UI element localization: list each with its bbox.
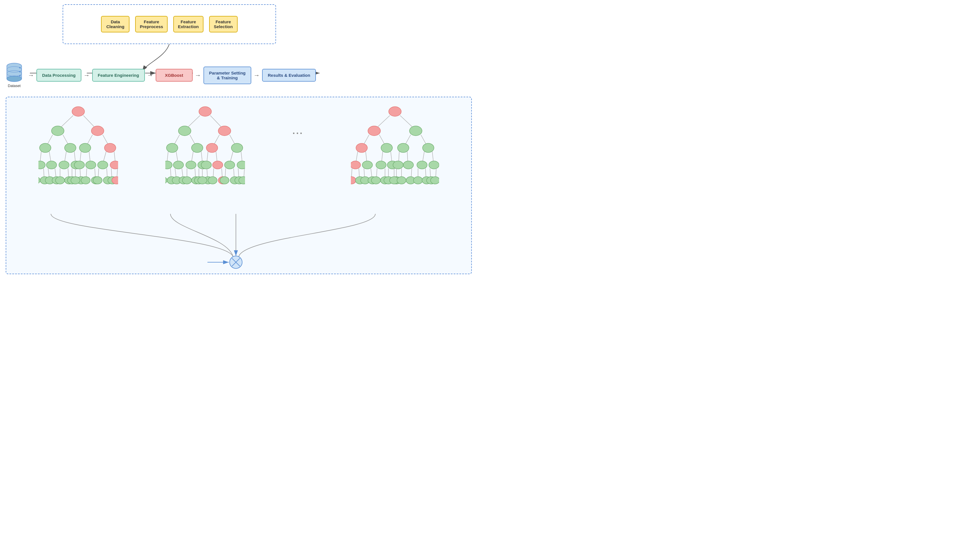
svg-point-138 [368, 126, 380, 136]
svg-point-32 [38, 161, 45, 169]
svg-line-163 [432, 151, 434, 162]
svg-line-71 [107, 168, 107, 178]
svg-line-90 [167, 151, 168, 162]
svg-point-28 [79, 144, 91, 153]
svg-point-103 [224, 161, 235, 169]
svg-line-35 [64, 151, 66, 162]
svg-line-102 [230, 151, 233, 162]
svg-line-155 [391, 151, 392, 162]
svg-point-17 [19, 75, 21, 76]
svg-point-40 [74, 161, 85, 169]
svg-point-10 [7, 76, 22, 82]
svg-point-184 [397, 176, 406, 184]
results-evaluation-box: Results & Evaluation [262, 69, 316, 82]
svg-line-147 [421, 135, 427, 145]
svg-point-188 [413, 176, 423, 184]
svg-line-31 [40, 151, 41, 162]
feature-selection-box: FeatureSelection [209, 16, 238, 33]
svg-line-19 [60, 115, 73, 128]
svg-line-165 [351, 168, 352, 178]
svg-line-37 [74, 151, 75, 162]
feature-extraction-box: FeatureExtraction [173, 16, 203, 33]
svg-point-64 [71, 176, 80, 184]
svg-point-152 [362, 161, 373, 169]
svg-point-85 [191, 144, 203, 153]
combine-svg [6, 214, 471, 271]
svg-point-146 [398, 144, 409, 153]
svg-line-53 [55, 168, 56, 178]
svg-point-107 [165, 176, 167, 184]
svg-line-82 [174, 135, 180, 145]
svg-line-193 [436, 168, 436, 178]
svg-line-159 [407, 151, 408, 162]
feature-preprocess-box: FeaturePreprocess [135, 16, 168, 33]
svg-line-51 [48, 168, 49, 178]
svg-line-75 [117, 168, 117, 178]
svg-line-104 [241, 151, 242, 162]
svg-line-23 [47, 135, 53, 145]
svg-point-164 [429, 161, 439, 169]
arrow-4 [195, 72, 201, 79]
svg-point-101 [213, 161, 223, 169]
svg-line-41 [89, 151, 90, 162]
svg-line-167 [359, 168, 359, 178]
parameter-setting-box: Parameter Setting& Training [204, 67, 251, 84]
svg-point-123 [198, 176, 207, 184]
pipeline-row: Dataset Data Processing Feature Engineer… [6, 62, 316, 88]
svg-line-27 [87, 135, 92, 145]
svg-point-154 [376, 161, 386, 169]
svg-line-84 [190, 135, 196, 145]
svg-point-24 [39, 144, 51, 153]
svg-line-171 [371, 168, 372, 178]
svg-line-57 [68, 168, 69, 178]
svg-point-150 [351, 161, 360, 169]
svg-point-194 [431, 176, 439, 184]
feature-engineering-detail-box: DataCleaning FeaturePreprocess FeatureEx… [63, 4, 276, 44]
svg-line-92 [176, 151, 178, 162]
arrow-5 [254, 72, 260, 79]
svg-line-112 [182, 168, 183, 178]
svg-line-137 [376, 115, 390, 128]
dataset-icon: Dataset [6, 62, 23, 88]
xgboost-ensemble-box: ... [6, 97, 472, 274]
feature-engineering-box: Feature Engineering [92, 69, 145, 82]
svg-point-18 [72, 107, 85, 116]
svg-point-70 [93, 176, 102, 184]
cylinder-svg [6, 62, 23, 83]
svg-point-174 [371, 176, 380, 184]
data-processing-box: Data Processing [36, 69, 81, 82]
svg-line-130 [233, 168, 234, 178]
svg-point-16 [19, 71, 21, 73]
svg-line-21 [83, 115, 96, 128]
svg-point-115 [182, 176, 191, 184]
svg-line-120 [207, 168, 207, 178]
svg-point-136 [389, 107, 401, 116]
svg-point-99 [201, 161, 211, 169]
svg-point-30 [105, 144, 116, 153]
svg-line-86 [214, 135, 219, 145]
svg-line-153 [382, 151, 383, 162]
svg-line-169 [364, 168, 365, 178]
svg-line-67 [95, 168, 96, 178]
svg-line-157 [399, 151, 399, 162]
svg-point-105 [237, 161, 245, 169]
svg-point-142 [356, 144, 367, 153]
svg-point-36 [59, 161, 69, 169]
svg-point-93 [173, 161, 183, 169]
svg-line-132 [238, 168, 239, 178]
svg-line-161 [423, 151, 424, 162]
svg-line-108 [171, 168, 171, 178]
svg-point-87 [206, 144, 218, 153]
svg-line-94 [191, 151, 193, 162]
svg-line-151 [366, 151, 367, 162]
svg-line-25 [63, 135, 69, 145]
svg-line-173 [376, 168, 377, 178]
dataset-label: Dataset [8, 84, 21, 88]
svg-line-126 [222, 168, 222, 178]
svg-line-100 [216, 151, 217, 162]
svg-line-80 [210, 115, 222, 128]
svg-point-81 [218, 126, 231, 136]
svg-point-22 [91, 126, 104, 136]
svg-line-43 [103, 151, 106, 162]
svg-line-143 [379, 135, 385, 145]
